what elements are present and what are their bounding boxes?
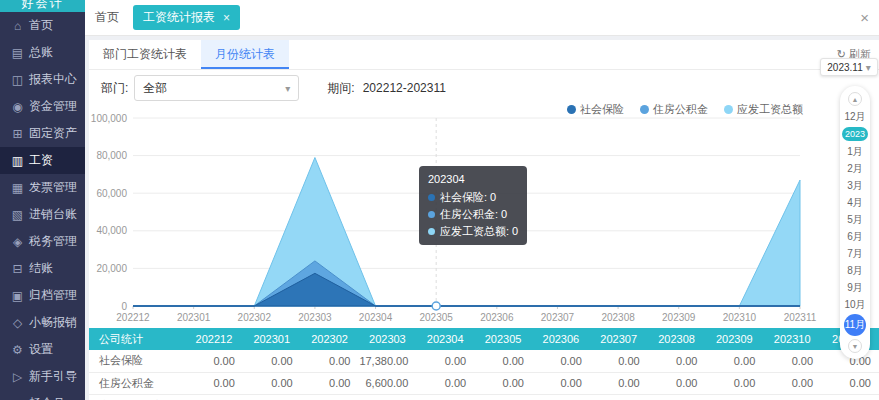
table-cell: 0.00 — [648, 372, 706, 394]
svg-text:202308: 202308 — [601, 312, 635, 323]
sidebar-item-label: 畅会员 — [29, 395, 65, 400]
tooltip-item: 住房公积金: 0 — [428, 206, 518, 223]
sidebar-item-label: 工资 — [29, 152, 53, 169]
sidebar-item-ledger[interactable]: ▤总账 — [0, 39, 85, 66]
month-item[interactable]: 2月 — [840, 160, 870, 177]
sidebar-item-label: 发票管理 — [29, 179, 77, 196]
sidebar-item-archive[interactable]: ▣归档管理 — [0, 282, 85, 309]
sidebar-item-salary[interactable]: ▥工资 — [0, 147, 85, 174]
svg-text:20,000: 20,000 — [96, 263, 127, 274]
tooltip-item: 社会保险: 0 — [428, 189, 518, 206]
year-badge[interactable]: 2023 — [842, 127, 868, 141]
expense-icon: ◇ — [9, 316, 26, 330]
app-logo-text: 好会计 — [0, 0, 85, 12]
tab-salary-report-label: 工资统计报表 — [143, 9, 215, 26]
tab-home[interactable]: 首页 — [95, 9, 119, 26]
gear-icon: ⚙ — [9, 343, 26, 357]
svg-text:202212: 202212 — [116, 312, 150, 323]
app-logo: 好会计 — [0, 0, 85, 12]
sidebar-item-label: 总账 — [29, 44, 53, 61]
table-cell: 0.00 — [301, 372, 359, 394]
legend-item[interactable]: 应发工资总额 — [724, 102, 803, 117]
table-cell: 0.00 — [763, 372, 821, 394]
svg-text:202306: 202306 — [480, 312, 514, 323]
sidebar-item-inventory[interactable]: ▧进销台账 — [0, 201, 85, 228]
tooltip-dot-icon — [428, 194, 435, 201]
month-item[interactable]: 7月 — [840, 245, 870, 262]
svg-text:202302: 202302 — [238, 312, 272, 323]
sidebar-item-closing[interactable]: ⊟结账 — [0, 255, 85, 282]
month-selector-strip: ▲12月20231月2月3月4月5月6月7月8月9月10月11月▼ — [840, 86, 870, 359]
tab-salary-report[interactable]: 工资统计报表 × — [133, 5, 240, 30]
table-cell: 0.00 — [821, 372, 879, 394]
legend-item[interactable]: 住房公积金 — [640, 102, 708, 117]
sidebar-item-report-center[interactable]: ◫报表中心 — [0, 66, 85, 93]
area-series-1 — [133, 261, 800, 306]
tooltip-item-text: 应发工资总额: 0 — [440, 223, 518, 240]
legend-dot-icon — [724, 105, 733, 114]
svg-text:0: 0 — [121, 301, 127, 312]
report-icon: ◫ — [9, 73, 26, 87]
chart-tooltip: 202304 社会保险: 0住房公积金: 0应发工资总额: 0 — [419, 166, 527, 245]
table-cell: 0.00 — [243, 394, 301, 400]
sidebar-item-label: 小畅报销 — [29, 314, 77, 331]
table-cell: 0.00 — [474, 394, 532, 400]
sidebar-item-member[interactable]: ◆畅会员 — [0, 390, 85, 400]
invoice-icon: ▦ — [9, 181, 26, 195]
svg-text:100,000: 100,000 — [91, 113, 128, 124]
report-card: 部门工资统计表 月份统计表 ↻ 刷新 部门: 全部 ▾ 期间: 202212-2… — [89, 40, 879, 400]
table-cell: 0.00 — [185, 372, 243, 394]
month-item[interactable]: 8月 — [840, 262, 870, 279]
sidebar-item-label: 设置 — [29, 341, 53, 358]
legend-item[interactable]: 社会保险 — [567, 102, 624, 117]
svg-text:202303: 202303 — [298, 312, 332, 323]
tooltip-item-text: 住房公积金: 0 — [440, 206, 507, 223]
month-item[interactable]: 6月 — [840, 228, 870, 245]
sidebar-item-label: 归档管理 — [29, 287, 77, 304]
table-row: 住房公积金0.000.000.006,600.000.000.000.000.0… — [89, 372, 879, 394]
sidebar-item-tax[interactable]: ◈税务管理 — [0, 228, 85, 255]
table-cell: 6,600.00 — [358, 372, 416, 394]
legend-dot-icon — [640, 105, 649, 114]
sidebar-menu: ⌂首页▤总账◫报表中心◉资金管理⊞固定资产▥工资▦发票管理▧进销台账◈税务管理⊟… — [0, 12, 85, 400]
funds-icon: ◉ — [9, 100, 26, 114]
table-cell: 0.00 — [705, 394, 763, 400]
area-series-0 — [133, 273, 800, 306]
sidebar-item-label: 固定资产 — [29, 125, 77, 142]
svg-text:202304: 202304 — [359, 312, 393, 323]
svg-text:60,000: 60,000 — [96, 188, 127, 199]
svg-text:202311: 202311 — [784, 312, 817, 323]
sidebar-item-expense[interactable]: ◇小畅报销 — [0, 309, 85, 336]
sidebar-item-label: 结账 — [29, 260, 53, 277]
month-item[interactable]: 4月 — [840, 194, 870, 211]
sidebar-item-label: 进销台账 — [29, 206, 77, 223]
month-item[interactable]: 12月 — [840, 108, 870, 125]
close-tab-icon[interactable]: × — [223, 11, 230, 25]
sidebar-item-label: 报表中心 — [29, 71, 77, 88]
month-item[interactable]: 1月 — [840, 143, 870, 160]
date-picker-button[interactable]: 2023.11 ▾ — [820, 58, 878, 76]
sidebar-item-home[interactable]: ⌂首页 — [0, 12, 85, 39]
table-row: 应发工资总额0.000.000.0055,000.000.000.000.000… — [89, 394, 879, 400]
table-cell: 0.00 — [532, 372, 590, 394]
close-icon[interactable]: × — [860, 9, 869, 26]
table-cell: 0.00 — [416, 394, 474, 400]
sidebar-item-invoice[interactable]: ▦发票管理 — [0, 174, 85, 201]
guide-icon: ▷ — [9, 370, 26, 384]
tax-icon: ◈ — [9, 235, 26, 249]
month-item[interactable]: 11月 — [844, 314, 866, 336]
table-cell: 0.00 — [763, 394, 821, 400]
svg-text:202310: 202310 — [723, 312, 757, 323]
scroll-up-icon[interactable]: ▲ — [848, 92, 862, 106]
sidebar-item-guide[interactable]: ▷新手引导 — [0, 363, 85, 390]
scroll-down-icon[interactable]: ▼ — [848, 339, 862, 353]
month-item[interactable]: 5月 — [840, 211, 870, 228]
sidebar-item-settings[interactable]: ⚙设置 — [0, 336, 85, 363]
month-item[interactable]: 10月 — [840, 296, 870, 313]
tooltip-title: 202304 — [428, 171, 518, 188]
sidebar-item-funds[interactable]: ◉资金管理 — [0, 93, 85, 120]
legend-label: 住房公积金 — [653, 102, 708, 117]
sidebar-item-fixed-assets[interactable]: ⊞固定资产 — [0, 120, 85, 147]
month-item[interactable]: 9月 — [840, 279, 870, 296]
month-item[interactable]: 3月 — [840, 177, 870, 194]
